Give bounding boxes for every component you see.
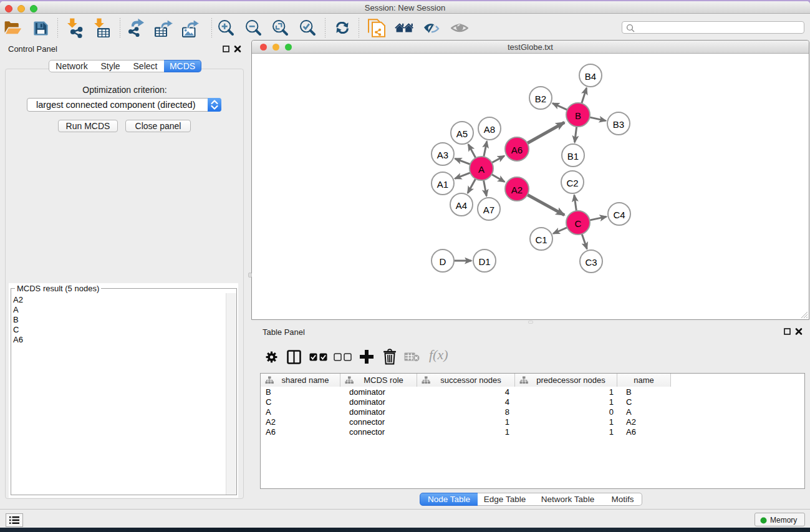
svg-text:C3: C3 bbox=[585, 256, 597, 267]
svg-text:D1: D1 bbox=[478, 256, 490, 266]
svg-text:D: D bbox=[440, 256, 446, 266]
svg-text:A3: A3 bbox=[437, 149, 448, 160]
svg-text:A2: A2 bbox=[511, 184, 523, 195]
svg-text:B2: B2 bbox=[535, 93, 546, 104]
svg-text:A7: A7 bbox=[483, 204, 494, 215]
svg-text:A5: A5 bbox=[456, 128, 468, 138]
svg-text:B: B bbox=[575, 110, 581, 120]
svg-text:C1: C1 bbox=[535, 234, 547, 244]
svg-text:C2: C2 bbox=[566, 177, 578, 188]
svg-text:A4: A4 bbox=[456, 200, 467, 210]
svg-text:A6: A6 bbox=[511, 144, 523, 155]
svg-text:A1: A1 bbox=[437, 178, 448, 189]
svg-text:B1: B1 bbox=[567, 150, 579, 161]
svg-text:C: C bbox=[575, 218, 582, 228]
svg-text:A: A bbox=[478, 163, 485, 174]
svg-text:A8: A8 bbox=[484, 123, 495, 134]
svg-text:C4: C4 bbox=[613, 209, 625, 220]
svg-text:B3: B3 bbox=[613, 118, 624, 129]
svg-text:B4: B4 bbox=[585, 70, 596, 81]
